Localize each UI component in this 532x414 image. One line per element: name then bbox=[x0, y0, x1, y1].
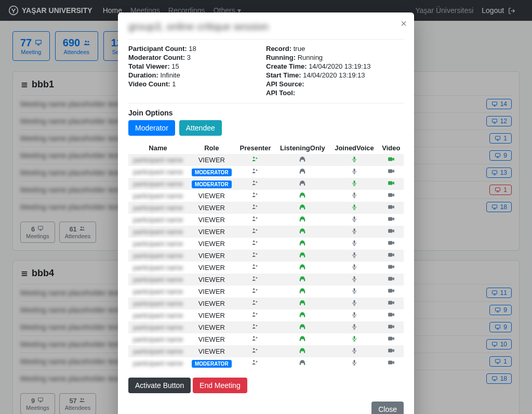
table-row: participant nameVIEWER bbox=[128, 321, 404, 333]
svg-rect-60 bbox=[388, 217, 392, 221]
participant-name: participant name bbox=[128, 333, 188, 345]
presenter-cell bbox=[235, 202, 275, 214]
svg-point-51 bbox=[253, 204, 255, 206]
svg-rect-70 bbox=[388, 241, 392, 245]
svg-rect-114 bbox=[353, 348, 355, 351]
voice-cell bbox=[330, 286, 378, 297]
svg-rect-68 bbox=[304, 243, 305, 245]
voice-cell bbox=[330, 238, 378, 250]
table-row: participant nameVIEWER bbox=[128, 226, 404, 238]
svg-rect-34 bbox=[353, 157, 355, 160]
microphone-icon bbox=[351, 157, 357, 164]
svg-rect-63 bbox=[304, 231, 305, 234]
presenter-cell bbox=[235, 190, 275, 202]
participant-role: VIEWER bbox=[188, 238, 235, 250]
activate-button[interactable]: Activate Button bbox=[128, 378, 191, 393]
voice-cell bbox=[330, 202, 378, 214]
voice-cell bbox=[330, 333, 378, 345]
listening-cell bbox=[275, 345, 330, 357]
close-button[interactable]: Close bbox=[371, 402, 404, 414]
voice-cell bbox=[330, 297, 378, 309]
listening-cell bbox=[275, 357, 330, 369]
table-row: participant nameVIEWER bbox=[128, 333, 404, 345]
svg-point-61 bbox=[253, 228, 255, 230]
participant-name: participant name bbox=[128, 297, 188, 309]
participant-name: participant name bbox=[128, 321, 188, 333]
video-cell bbox=[379, 321, 404, 333]
participant-role: VIEWER bbox=[188, 214, 235, 226]
voice-cell bbox=[330, 178, 378, 190]
svg-rect-50 bbox=[388, 193, 392, 197]
svg-point-56 bbox=[253, 216, 255, 218]
listening-cell bbox=[275, 262, 330, 274]
microphone-icon bbox=[351, 312, 357, 320]
col-voice: JoinedVoice bbox=[330, 142, 378, 154]
table-row: participant nameVIEWER bbox=[128, 274, 404, 286]
voice-cell bbox=[330, 154, 378, 166]
svg-rect-52 bbox=[300, 208, 301, 210]
listening-cell bbox=[275, 297, 330, 309]
svg-rect-64 bbox=[353, 228, 355, 231]
presenter-cell bbox=[235, 178, 275, 190]
headphones-icon bbox=[299, 192, 306, 200]
svg-rect-115 bbox=[388, 349, 392, 353]
presenter-icon bbox=[251, 288, 259, 296]
svg-rect-33 bbox=[304, 160, 305, 162]
svg-rect-78 bbox=[304, 267, 305, 269]
video-icon bbox=[387, 336, 395, 344]
svg-rect-75 bbox=[388, 253, 392, 257]
listening-cell bbox=[275, 333, 330, 345]
table-row: participant nameVIEWER bbox=[128, 345, 404, 357]
join-moderator-button[interactable]: Moderator bbox=[128, 120, 175, 136]
video-cell bbox=[379, 297, 404, 309]
video-cell bbox=[379, 274, 404, 286]
presenter-icon bbox=[251, 228, 259, 236]
listening-cell bbox=[275, 226, 330, 238]
svg-rect-72 bbox=[300, 255, 301, 257]
headphones-icon bbox=[299, 288, 306, 296]
svg-rect-98 bbox=[304, 315, 305, 317]
svg-rect-77 bbox=[300, 267, 301, 269]
video-icon bbox=[387, 157, 395, 164]
participant-role: VIEWER bbox=[188, 345, 235, 357]
svg-rect-35 bbox=[388, 158, 392, 161]
headphones-icon bbox=[299, 312, 306, 320]
presenter-cell bbox=[235, 345, 275, 357]
participant-role: VIEWER bbox=[188, 154, 235, 166]
svg-point-66 bbox=[253, 240, 255, 242]
microphone-icon bbox=[351, 169, 357, 176]
table-row: participant nameVIEWER bbox=[128, 297, 404, 309]
svg-rect-109 bbox=[353, 336, 355, 339]
video-cell bbox=[379, 262, 404, 274]
voice-cell bbox=[330, 166, 378, 178]
svg-rect-119 bbox=[353, 360, 355, 363]
listening-cell bbox=[275, 286, 330, 297]
video-cell bbox=[379, 166, 404, 178]
participants-table: Name Role Presenter ListeningOnly Joined… bbox=[128, 142, 404, 369]
table-row: participant nameVIEWER bbox=[128, 190, 404, 202]
svg-point-111 bbox=[253, 348, 255, 350]
table-row: participant nameMODERATOR bbox=[128, 178, 404, 190]
video-icon bbox=[387, 312, 395, 320]
headphones-icon bbox=[299, 252, 306, 260]
listening-cell bbox=[275, 214, 330, 226]
end-meeting-button[interactable]: End Meeting bbox=[193, 378, 247, 393]
presenter-cell bbox=[235, 226, 275, 238]
role-badge: MODERATOR bbox=[192, 169, 232, 176]
participant-name: participant name bbox=[128, 274, 188, 286]
headphones-icon bbox=[299, 300, 306, 308]
microphone-icon bbox=[351, 288, 357, 296]
modal-title: group3, online critique session bbox=[128, 21, 404, 33]
join-attendee-button[interactable]: Attendee bbox=[179, 120, 222, 136]
participant-role: MODERATOR bbox=[188, 166, 235, 178]
presenter-icon bbox=[251, 324, 259, 332]
svg-rect-59 bbox=[353, 216, 355, 219]
presenter-cell bbox=[235, 274, 275, 286]
svg-rect-93 bbox=[304, 303, 305, 305]
video-cell bbox=[379, 309, 404, 321]
svg-rect-83 bbox=[304, 279, 305, 281]
presenter-cell bbox=[235, 250, 275, 262]
presenter-cell bbox=[235, 297, 275, 309]
video-cell bbox=[379, 190, 404, 202]
presenter-icon bbox=[251, 300, 259, 308]
